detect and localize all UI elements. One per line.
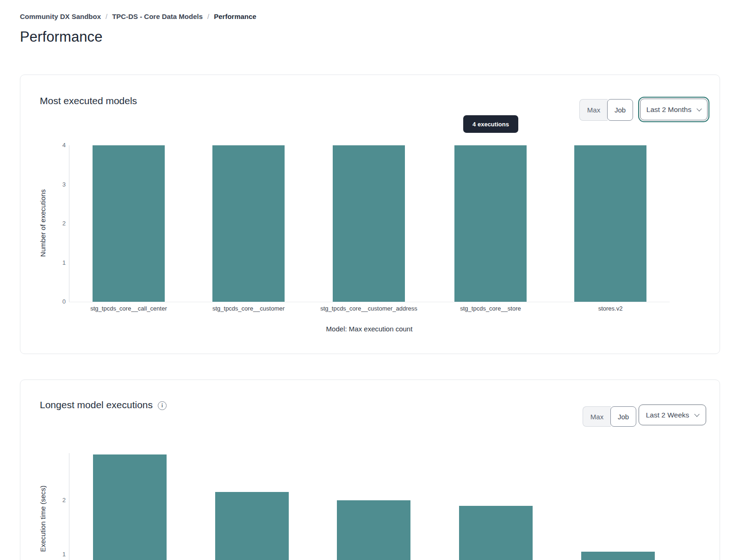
breadcrumb-item-environment[interactable]: TPC-DS - Core Data Models (112, 12, 203, 20)
x-category-label: stg_tpcds_core__customer_address (309, 305, 429, 312)
breadcrumb-item-current: Performance (214, 12, 256, 20)
x-category-label: stg_tpcds_core__store (430, 305, 551, 312)
chart-bar[interactable] (454, 145, 527, 302)
y-tick-label: 3 (47, 180, 66, 189)
y-axis-label: Execution time (secs) (39, 485, 47, 552)
y-tick-label: 2 (47, 496, 66, 504)
page-title: Performance (20, 29, 103, 45)
chart-bar[interactable] (93, 145, 165, 302)
y-tick-label: 1 (47, 550, 66, 559)
y-tick-label: 1 (47, 259, 66, 267)
chart-bar[interactable] (215, 492, 289, 560)
chart-bar[interactable] (574, 145, 646, 302)
y-axis-label: Number of executions (39, 189, 47, 257)
x-category-label: stores.v2 (550, 305, 671, 312)
breadcrumb: Community DX Sandbox / TPC-DS - Core Dat… (20, 12, 256, 20)
y-tick-label: 4 (47, 141, 66, 149)
y-axis-line (69, 453, 69, 560)
chart-bar[interactable] (459, 506, 533, 560)
x-axis-line (69, 302, 670, 302)
y-tick-label: 0 (47, 298, 66, 306)
y-tick-label: 2 (47, 219, 66, 228)
chart-bar[interactable] (333, 145, 405, 302)
breadcrumb-item-project[interactable]: Community DX Sandbox (20, 12, 101, 20)
x-axis-title: Model: Max execution count (69, 325, 670, 333)
y-axis-line (69, 145, 69, 302)
breadcrumb-separator: / (106, 12, 107, 20)
x-category-label: stg_tpcds_core__customer (188, 305, 309, 312)
chart-bar[interactable] (212, 145, 285, 302)
most-executed-models-card: Most executed models Max Job Last 2 Mont… (20, 75, 720, 354)
chart-bar[interactable] (581, 552, 655, 560)
chart-bar[interactable] (337, 500, 410, 560)
breadcrumb-separator: / (207, 12, 209, 20)
longest-model-executions-card: Longest model executions i Max Job Last … (20, 380, 720, 560)
chart-bar[interactable] (93, 454, 167, 560)
x-category-label: stg_tpcds_core__call_center (68, 305, 189, 312)
longest-model-executions-chart: Execution time (secs) 12 (20, 380, 720, 560)
most-executed-models-chart: Number of executions Model: Max executio… (20, 75, 720, 354)
